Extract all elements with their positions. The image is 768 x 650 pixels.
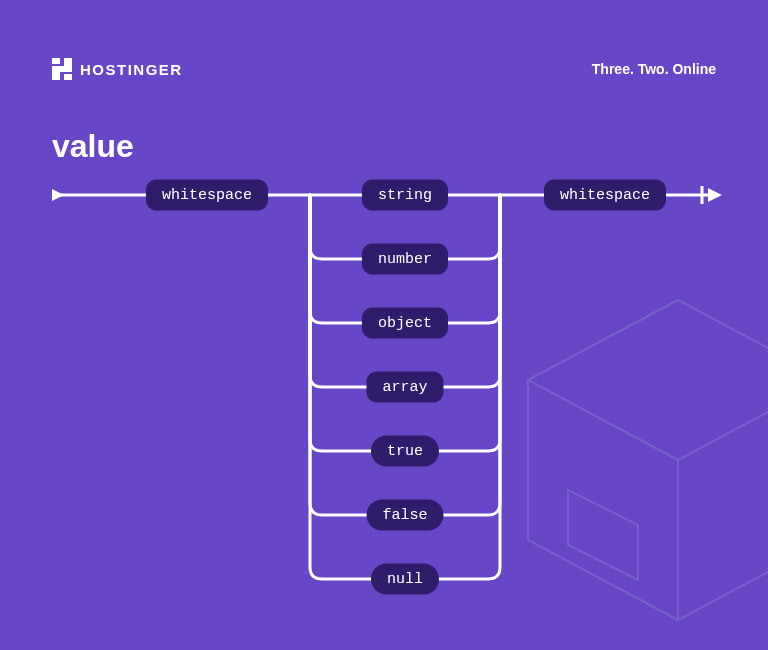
- node-object: object: [362, 308, 448, 339]
- node-array: array: [366, 372, 443, 403]
- brand-logo: HOSTINGER: [52, 58, 183, 80]
- brand-name: HOSTINGER: [80, 61, 183, 78]
- tagline: Three. Two. Online: [592, 61, 716, 77]
- svg-marker-1: [52, 189, 64, 201]
- node-whitespace-left: whitespace: [146, 180, 268, 211]
- node-true: true: [371, 436, 439, 467]
- node-false: false: [366, 500, 443, 531]
- diagram-title: value: [0, 80, 768, 165]
- header: HOSTINGER Three. Two. Online: [0, 0, 768, 80]
- node-number: number: [362, 244, 448, 275]
- node-null: null: [371, 564, 439, 595]
- hostinger-icon: [52, 58, 72, 80]
- node-whitespace-right: whitespace: [544, 180, 666, 211]
- svg-marker-2: [708, 188, 722, 202]
- railroad-diagram: whitespace whitespace string number obje…: [0, 182, 768, 632]
- node-string: string: [362, 180, 448, 211]
